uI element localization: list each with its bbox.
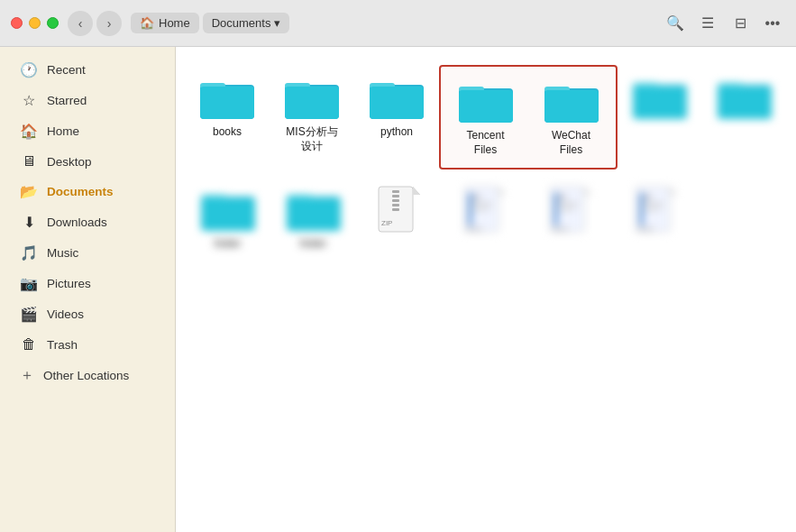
recent-icon: 🕐	[20, 61, 38, 78]
sidebar-item-videos[interactable]: 🎬 Videos	[5, 299, 169, 329]
selection-box: TencentFiles WeChatFiles	[439, 65, 618, 170]
folder-icon-books	[198, 74, 256, 121]
svg-text:DOCX: DOCX	[467, 226, 482, 232]
folder-icon-tencent	[457, 78, 515, 124]
sidebar-item-trash[interactable]: 🗑 Trash	[5, 330, 169, 359]
sidebar-label-home: Home	[47, 124, 79, 138]
sidebar-item-starred[interactable]: ☆ Starred	[5, 86, 169, 115]
svg-rect-50	[558, 202, 578, 204]
files-row-1: books MIS分析与设计	[185, 65, 787, 170]
sidebar-item-documents[interactable]: 📂 Documents	[5, 177, 169, 206]
svg-rect-8	[370, 87, 424, 119]
file-label-9: folder	[299, 237, 326, 252]
file-item-folder7[interactable]	[702, 65, 787, 170]
sidebar-label-other-locations: Other Locations	[43, 369, 129, 382]
svg-rect-33	[392, 199, 399, 202]
svg-rect-42	[472, 206, 492, 207]
breadcrumb: 🏠 Home Documents ▾	[131, 13, 654, 33]
docx-icon-1: W DOCX	[463, 186, 507, 238]
starred-icon: ☆	[20, 92, 38, 109]
file-item-books[interactable]: books	[185, 65, 270, 170]
file-item-folder8[interactable]: folder	[185, 177, 270, 261]
back-button[interactable]: ‹	[68, 11, 93, 36]
main-layout: 🕐 Recent ☆ Starred 🏠 Home 🖥 Desktop 📂 Do…	[0, 47, 796, 532]
svg-rect-23	[201, 198, 255, 231]
maximize-button[interactable]	[47, 17, 59, 29]
sidebar-item-music[interactable]: 🎵 Music	[5, 238, 169, 268]
traffic-lights	[11, 17, 59, 29]
svg-rect-48	[554, 193, 557, 225]
titlebar-actions: 🔍 ☰ ⊟ •••	[663, 11, 785, 36]
svg-rect-14	[544, 90, 599, 123]
folder-icon-wechat	[543, 78, 600, 124]
search-button[interactable]: 🔍	[663, 11, 688, 36]
home-breadcrumb[interactable]: 🏠 Home	[131, 13, 199, 33]
view-button[interactable]: ⊟	[727, 11, 753, 36]
sidebar-label-music: Music	[47, 246, 78, 260]
close-button[interactable]	[11, 17, 23, 29]
sidebar-label-downloads: Downloads	[47, 216, 107, 229]
file-item-folder6[interactable]	[618, 65, 702, 170]
svg-rect-31	[392, 190, 399, 193]
file-item-docx3[interactable]: W DOCX	[613, 177, 699, 261]
sidebar-label-trash: Trash	[47, 338, 78, 352]
svg-rect-51	[558, 206, 578, 207]
svg-rect-26	[287, 198, 341, 231]
file-item-tencent[interactable]: TencentFiles	[443, 69, 528, 166]
minimize-button[interactable]	[29, 17, 41, 29]
svg-rect-60	[644, 206, 663, 207]
folder-icon-python	[368, 74, 425, 121]
sidebar-item-desktop[interactable]: 🖥 Desktop	[5, 147, 169, 176]
file-label-mis: MIS分析与设计	[286, 125, 337, 153]
docx-icon-3: W DOCX	[635, 186, 678, 238]
sidebar-label-recent: Recent	[47, 63, 86, 77]
files-row-2: folder folder	[185, 177, 787, 261]
home-icon: 🏠	[20, 123, 38, 140]
music-icon: 🎵	[20, 244, 38, 261]
file-item-docx2[interactable]: W DOCX	[527, 177, 613, 261]
svg-text:DOCX: DOCX	[638, 226, 654, 232]
svg-marker-38	[499, 187, 506, 195]
file-item-folder9[interactable]: folder	[270, 177, 356, 261]
home-label: Home	[159, 16, 190, 30]
svg-rect-5	[285, 87, 339, 119]
folder-icon-6	[631, 74, 689, 121]
svg-text:W: W	[473, 194, 480, 200]
file-label-tencent: TencentFiles	[466, 129, 504, 157]
file-item-mis[interactable]: MIS分析与设计	[270, 65, 354, 170]
file-label-wechat: WeChatFiles	[552, 129, 590, 157]
menu-button[interactable]: ☰	[695, 11, 720, 36]
sidebar-item-other-locations[interactable]: ＋ Other Locations	[5, 360, 169, 391]
trash-icon: 🗑	[20, 336, 38, 353]
videos-icon: 🎬	[20, 306, 38, 323]
svg-text:W: W	[559, 194, 565, 200]
sidebar-item-recent[interactable]: 🕐 Recent	[5, 55, 169, 85]
pictures-icon: 📷	[20, 275, 38, 292]
svg-rect-32	[392, 195, 399, 197]
titlebar: ‹ › 🏠 Home Documents ▾ 🔍 ☰ ⊟ •••	[0, 0, 796, 47]
svg-rect-11	[459, 90, 513, 123]
file-item-wechat[interactable]: WeChatFiles	[528, 69, 614, 166]
folder-icon-7	[716, 74, 773, 121]
sidebar-item-pictures[interactable]: 📷 Pictures	[5, 269, 169, 298]
home-icon: 🏠	[140, 16, 154, 30]
more-button[interactable]: •••	[760, 11, 785, 36]
svg-text:DOCX: DOCX	[553, 226, 568, 232]
file-label-books: books	[213, 125, 242, 140]
current-folder-label: Documents	[212, 16, 271, 30]
sidebar-item-downloads[interactable]: ⬇ Downloads	[5, 207, 169, 237]
documents-breadcrumb[interactable]: Documents ▾	[203, 13, 290, 33]
sidebar-label-pictures: Pictures	[47, 277, 91, 290]
zip-icon: ZIP	[378, 186, 421, 238]
file-item-zip[interactable]: ZIP	[356, 177, 442, 261]
svg-rect-20	[718, 87, 772, 119]
sidebar-item-home[interactable]: 🏠 Home	[5, 116, 169, 146]
file-item-docx1[interactable]: W DOCX	[442, 177, 527, 261]
forward-button[interactable]: ›	[96, 11, 122, 36]
svg-rect-17	[633, 87, 687, 119]
file-item-python[interactable]: python	[354, 65, 439, 170]
add-icon: ＋	[20, 366, 34, 385]
svg-text:W: W	[645, 194, 651, 200]
svg-text:ZIP: ZIP	[381, 219, 392, 227]
downloads-icon: ⬇	[20, 214, 38, 231]
